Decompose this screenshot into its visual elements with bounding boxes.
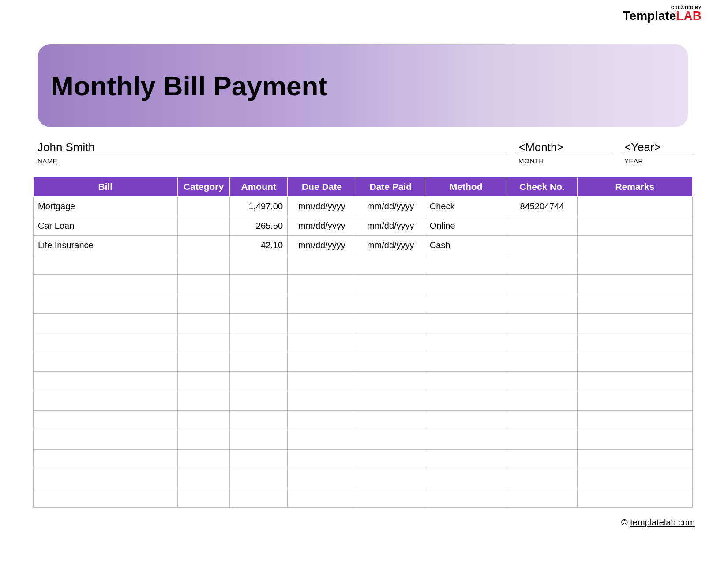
td-category[interactable]: [177, 275, 230, 294]
td-category[interactable]: [177, 391, 230, 411]
td-date-paid[interactable]: [356, 275, 425, 294]
td-bill[interactable]: [34, 430, 178, 450]
td-method[interactable]: [425, 314, 507, 333]
td-method[interactable]: [425, 450, 507, 469]
td-date-paid[interactable]: mm/dd/yyyy: [356, 197, 425, 216]
td-amount[interactable]: 265.50: [230, 216, 288, 236]
td-bill[interactable]: Life Insurance: [34, 236, 178, 255]
td-category[interactable]: [177, 430, 230, 450]
td-amount[interactable]: [230, 255, 288, 275]
td-date-paid[interactable]: [356, 430, 425, 450]
td-remarks[interactable]: [577, 352, 692, 372]
td-remarks[interactable]: [577, 216, 692, 236]
year-value[interactable]: <Year>: [624, 140, 693, 155]
td-bill[interactable]: [34, 255, 178, 275]
td-amount[interactable]: 42.10: [230, 236, 288, 255]
name-value[interactable]: John Smith: [38, 140, 505, 155]
td-due-date[interactable]: mm/dd/yyyy: [288, 197, 356, 216]
td-remarks[interactable]: [577, 391, 692, 411]
td-remarks[interactable]: [577, 197, 692, 216]
td-date-paid[interactable]: mm/dd/yyyy: [356, 216, 425, 236]
td-method[interactable]: Online: [425, 216, 507, 236]
td-bill[interactable]: [34, 450, 178, 469]
td-bill[interactable]: Mortgage: [34, 197, 178, 216]
td-due-date[interactable]: [288, 430, 356, 450]
td-due-date[interactable]: [288, 488, 356, 508]
td-method[interactable]: Check: [425, 197, 507, 216]
td-method[interactable]: [425, 372, 507, 391]
td-check-no[interactable]: [507, 352, 577, 372]
td-due-date[interactable]: [288, 255, 356, 275]
td-remarks[interactable]: [577, 333, 692, 352]
td-amount[interactable]: [230, 488, 288, 508]
td-check-no[interactable]: [507, 411, 577, 430]
td-amount[interactable]: [230, 352, 288, 372]
td-remarks[interactable]: [577, 255, 692, 275]
td-amount[interactable]: [230, 469, 288, 488]
td-method[interactable]: [425, 488, 507, 508]
td-check-no[interactable]: [507, 236, 577, 255]
td-bill[interactable]: [34, 411, 178, 430]
td-due-date[interactable]: mm/dd/yyyy: [288, 236, 356, 255]
td-check-no[interactable]: [507, 469, 577, 488]
td-category[interactable]: [177, 450, 230, 469]
td-method[interactable]: [425, 391, 507, 411]
td-remarks[interactable]: [577, 294, 692, 314]
td-remarks[interactable]: [577, 372, 692, 391]
td-amount[interactable]: [230, 430, 288, 450]
td-bill[interactable]: [34, 469, 178, 488]
td-amount[interactable]: [230, 314, 288, 333]
td-date-paid[interactable]: [356, 391, 425, 411]
td-check-no[interactable]: [507, 372, 577, 391]
td-method[interactable]: [425, 255, 507, 275]
td-method[interactable]: [425, 294, 507, 314]
td-category[interactable]: [177, 488, 230, 508]
td-category[interactable]: [177, 372, 230, 391]
td-date-paid[interactable]: [356, 411, 425, 430]
td-bill[interactable]: [34, 391, 178, 411]
td-due-date[interactable]: [288, 314, 356, 333]
td-method[interactable]: [425, 352, 507, 372]
td-amount[interactable]: 1,497.00: [230, 197, 288, 216]
td-remarks[interactable]: [577, 411, 692, 430]
td-date-paid[interactable]: [356, 314, 425, 333]
td-category[interactable]: [177, 197, 230, 216]
td-category[interactable]: [177, 294, 230, 314]
td-bill[interactable]: [34, 488, 178, 508]
td-remarks[interactable]: [577, 236, 692, 255]
td-bill[interactable]: [34, 333, 178, 352]
month-value[interactable]: <Month>: [518, 140, 611, 155]
td-check-no[interactable]: [507, 391, 577, 411]
td-amount[interactable]: [230, 294, 288, 314]
td-bill[interactable]: [34, 275, 178, 294]
td-category[interactable]: [177, 411, 230, 430]
td-date-paid[interactable]: [356, 488, 425, 508]
td-bill[interactable]: [34, 352, 178, 372]
td-check-no[interactable]: [507, 314, 577, 333]
td-bill[interactable]: [34, 294, 178, 314]
td-remarks[interactable]: [577, 275, 692, 294]
td-date-paid[interactable]: [356, 294, 425, 314]
td-due-date[interactable]: mm/dd/yyyy: [288, 216, 356, 236]
td-check-no[interactable]: [507, 333, 577, 352]
td-category[interactable]: [177, 216, 230, 236]
td-category[interactable]: [177, 333, 230, 352]
td-method[interactable]: Cash: [425, 236, 507, 255]
td-date-paid[interactable]: [356, 333, 425, 352]
td-date-paid[interactable]: mm/dd/yyyy: [356, 236, 425, 255]
td-due-date[interactable]: [288, 372, 356, 391]
td-date-paid[interactable]: [356, 255, 425, 275]
td-check-no[interactable]: [507, 450, 577, 469]
td-due-date[interactable]: [288, 469, 356, 488]
td-category[interactable]: [177, 236, 230, 255]
td-due-date[interactable]: [288, 352, 356, 372]
td-remarks[interactable]: [577, 450, 692, 469]
td-remarks[interactable]: [577, 469, 692, 488]
td-due-date[interactable]: [288, 294, 356, 314]
td-due-date[interactable]: [288, 450, 356, 469]
td-amount[interactable]: [230, 411, 288, 430]
td-check-no[interactable]: [507, 488, 577, 508]
td-amount[interactable]: [230, 372, 288, 391]
td-category[interactable]: [177, 469, 230, 488]
footer-link[interactable]: templatelab.com: [630, 518, 695, 527]
